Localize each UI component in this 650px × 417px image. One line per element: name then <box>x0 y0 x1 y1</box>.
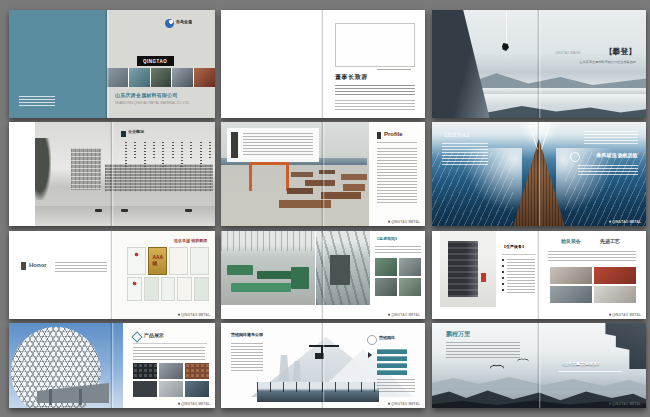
cliff <box>432 10 492 118</box>
section-tag-label: 企业概况 <box>128 130 144 134</box>
equipment-headline: 精良装备 先进工艺 <box>561 239 636 248</box>
eagle-silhouette <box>490 365 504 371</box>
worker-in-red <box>481 273 486 282</box>
industrial-structure <box>594 323 646 369</box>
spread-chairman-message: 董事长致辞 <box>221 10 425 118</box>
certificate <box>169 247 188 275</box>
climb-eyebrow: QINGTAO IMAGE <box>555 51 580 54</box>
grid-photo-steel <box>133 381 157 397</box>
arrow-icon <box>368 352 372 358</box>
region-chip <box>377 349 407 354</box>
page-footer-mark: QINGTAO METAL <box>609 313 641 316</box>
office-tower <box>71 148 101 190</box>
logo: 青岛金属 <box>165 19 208 28</box>
message-paragraph-1 <box>335 85 415 97</box>
equipment-list-text <box>507 259 535 293</box>
strip-photo-machine <box>129 68 150 87</box>
spread-honor: Honor 追求卓越 铸就辉煌 AAA级 QINGTAO METAL <box>9 231 215 319</box>
spread-headquarters: 企业概况 QINGTAO METAL <box>9 122 215 226</box>
region-chip-stack <box>377 349 407 377</box>
equipment-photo <box>440 231 496 307</box>
products-paragraph <box>133 347 205 360</box>
network-left-headline: 营销网络遍布全国 <box>231 333 263 337</box>
caption-line <box>377 69 411 70</box>
honor-tag-icon <box>21 262 26 270</box>
slogan-underline <box>558 371 622 372</box>
spread-network: 营销网络遍布全国 营销网络 QINGTAO METAL <box>221 323 425 408</box>
strip-photo-steel <box>172 68 193 87</box>
page-footer-mark: QINGTAO METAL <box>388 402 420 405</box>
grid-photo-coils <box>159 363 183 379</box>
green-machine <box>291 267 309 289</box>
cooling-tower <box>279 355 289 381</box>
strip-photo-street <box>107 68 128 87</box>
equipment-headline-accent: 精良装备 <box>561 239 581 244</box>
harbor-photo-strip <box>257 382 379 402</box>
grid-photo <box>375 278 397 296</box>
cover-company-name-cn: 山东庆涛金属材料有限公司 <box>115 93 178 98</box>
products-rule <box>133 343 207 344</box>
page-footer-mark: QINGTAO METAL <box>178 313 210 316</box>
page-footer-mark: QINGTAO METAL <box>609 402 641 405</box>
workshop-photo-line <box>316 231 370 305</box>
equipment-photo-grid <box>550 267 636 303</box>
section-tag-icon <box>121 131 126 137</box>
certificate <box>127 247 146 275</box>
logo-text: 青岛金属 <box>176 20 192 24</box>
cover-photo-strip <box>107 68 215 87</box>
culture-tag: 【企业文化】 <box>442 132 472 137</box>
cover-address-text <box>19 96 55 106</box>
logo-swirl-icon <box>165 19 174 28</box>
certificate <box>161 277 176 301</box>
grid-photo <box>399 278 421 296</box>
page-footer-mark: QINGTAO METAL <box>609 220 641 223</box>
support-leg <box>79 389 82 405</box>
brochure-mockup-grid: 青岛金属 QINGTAO 山东庆涛金属材料有限公司 SHANDONG QINGT… <box>0 0 650 417</box>
crane-silhouette-arm <box>309 345 339 347</box>
climb-title: 【攀登】 <box>605 47 636 55</box>
profile-rule <box>377 142 417 143</box>
cover-badge: QINGTAO <box>137 56 174 66</box>
workshop-photo-main <box>221 231 315 305</box>
intro-paragraph <box>243 133 313 157</box>
certificate <box>190 247 209 275</box>
workshop-tag: 【走进车间】 <box>375 237 399 241</box>
equipment-tag: 【生产设备】 <box>502 245 526 249</box>
products-tag: 产品展示 <box>144 333 164 338</box>
ceiling-trusses <box>221 231 315 251</box>
green-machine <box>227 265 253 275</box>
equipment-paragraph <box>548 251 636 263</box>
dome-photo <box>9 323 123 408</box>
crane-silhouette-base <box>315 353 324 359</box>
grid-photo-blue-steel <box>185 381 209 397</box>
aaa-gold-plaque: AAA级 <box>148 247 167 275</box>
page-footer-mark: QINGTAO METAL <box>388 220 420 223</box>
back-paragraph <box>446 342 520 358</box>
climbing-rope <box>506 10 507 45</box>
network-notes <box>377 379 415 393</box>
spread-cover: 青岛金属 QINGTAO 山东庆涛金属材料有限公司 SHANDONG QINGT… <box>9 10 215 118</box>
grid-photo-rust-pipes <box>185 363 209 379</box>
page-gutter <box>321 10 325 118</box>
car <box>185 209 192 212</box>
culture-slogan: 乘风破浪 扬帆远航 <box>597 153 638 158</box>
equipment-headline-rest: 先进工艺 <box>600 239 620 244</box>
region-chip <box>377 356 407 361</box>
certificate <box>177 277 192 301</box>
spread-back-cover: 鹏程万里 【合作共赢 共创未来】 QINGTAO METAL <box>432 323 646 408</box>
right-intro-text <box>584 131 638 145</box>
grid-photo <box>375 258 397 276</box>
car <box>121 209 128 212</box>
message-heading: 董事长致辞 <box>335 74 368 80</box>
message-paragraph-2 <box>335 100 415 112</box>
car <box>95 209 102 212</box>
grid-photo-pipes <box>133 363 157 379</box>
spread-climb: QINGTAO IMAGE 【攀登】 山东庆涛金属材料有限公司企业形象画册 <box>432 10 646 118</box>
cover-company-name-en: SHANDONG QINGTAO METAL MATERIAL CO.,LTD. <box>115 101 190 104</box>
green-machine <box>231 283 291 292</box>
vertical-label-tab <box>231 132 238 158</box>
mist-mountains <box>432 371 646 391</box>
hanging-vertical-text <box>125 142 211 172</box>
page-footer-mark: QINGTAO METAL <box>388 313 420 316</box>
aaa-plaque-label: AAA级 <box>152 255 162 267</box>
